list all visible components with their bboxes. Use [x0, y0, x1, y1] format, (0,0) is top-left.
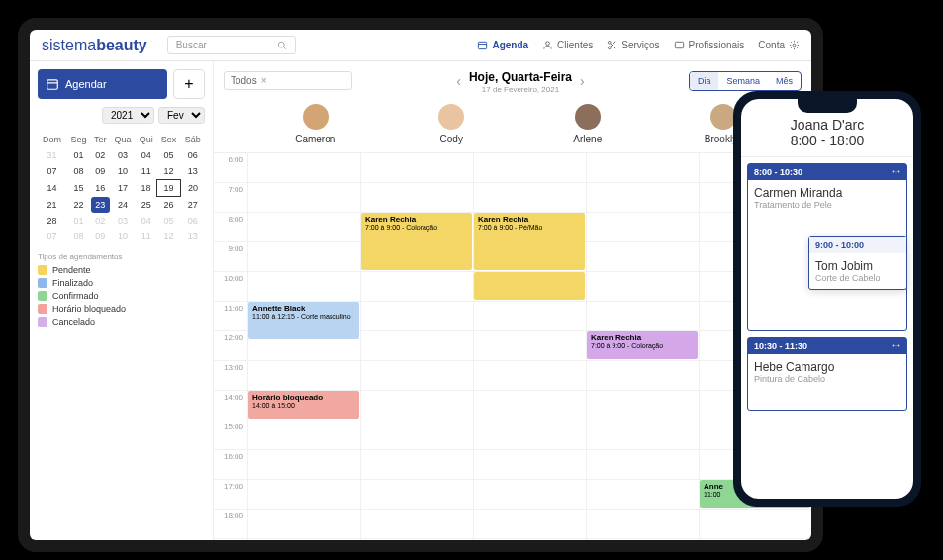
hour-cell[interactable]	[360, 331, 473, 360]
calendar-day[interactable]: 06	[180, 213, 205, 229]
hour-cell[interactable]	[247, 183, 360, 212]
calendar-day[interactable]: 18	[136, 180, 157, 197]
calendar-day[interactable]: 09	[91, 229, 110, 244]
hour-cell[interactable]	[473, 450, 586, 479]
calendar-day[interactable]: 10	[110, 163, 136, 180]
calendar-day[interactable]: 03	[110, 213, 136, 229]
more-icon[interactable]: ⋯	[892, 341, 900, 351]
hour-cell[interactable]	[586, 183, 699, 212]
calendar-day[interactable]: 26	[157, 197, 181, 214]
hour-cell[interactable]	[586, 539, 699, 540]
calendar-day[interactable]: 24	[110, 197, 136, 214]
filter-select[interactable]: Todos ×	[224, 71, 352, 90]
hour-cell[interactable]	[586, 242, 699, 271]
calendar-day[interactable]: 07	[38, 229, 66, 244]
view-dia[interactable]: Dia	[690, 72, 719, 90]
calendar-day[interactable]: 11	[136, 229, 157, 244]
schedule-grid[interactable]: 6:007:008:009:0010:0011:0012:0013:0014:0…	[214, 152, 811, 540]
calendar-day[interactable]: 25	[136, 197, 157, 214]
calendar-day[interactable]: 21	[38, 197, 66, 214]
hour-cell[interactable]	[360, 153, 473, 182]
hour-cell[interactable]	[247, 272, 360, 301]
search-input[interactable]: Buscar	[167, 36, 296, 54]
calendar-day[interactable]: 03	[110, 147, 136, 163]
calendar-day[interactable]: 12	[157, 229, 181, 244]
calendar-day[interactable]: 05	[157, 147, 181, 163]
hour-cell[interactable]	[699, 510, 811, 538]
hour-cell[interactable]	[586, 153, 699, 182]
hour-cell[interactable]	[360, 539, 473, 540]
nav-agenda[interactable]: Agenda	[477, 40, 528, 50]
hour-cell[interactable]	[247, 450, 360, 479]
calendar-day[interactable]: 09	[91, 163, 110, 180]
calendar-day[interactable]: 01	[66, 147, 91, 163]
hour-cell[interactable]	[586, 510, 699, 538]
hour-cell[interactable]	[360, 420, 473, 449]
calendar-day[interactable]: 16	[91, 180, 110, 197]
nav-profissionais[interactable]: Profissionais	[674, 40, 745, 50]
hour-cell[interactable]	[360, 272, 473, 301]
hour-cell[interactable]	[360, 361, 473, 390]
more-icon[interactable]: ⋯	[892, 167, 900, 177]
calendar-day[interactable]: 02	[91, 213, 110, 229]
next-day-button[interactable]: ›	[580, 73, 585, 89]
hour-cell[interactable]	[586, 420, 699, 449]
hour-cell[interactable]	[586, 391, 699, 420]
view-mes[interactable]: Mês	[768, 72, 801, 90]
appointment[interactable]: Karen Rechia7:00 à 9:00 - Coloração	[587, 331, 698, 359]
close-icon[interactable]: ×	[261, 75, 267, 86]
hour-cell[interactable]	[586, 272, 699, 301]
hour-cell[interactable]	[247, 361, 360, 390]
hour-cell[interactable]	[247, 539, 360, 540]
hour-cell[interactable]	[586, 361, 699, 390]
hour-cell[interactable]	[247, 480, 360, 509]
view-semana[interactable]: Semana	[718, 72, 768, 90]
hour-cell[interactable]	[473, 510, 586, 538]
hour-cell[interactable]	[586, 302, 699, 330]
hour-cell[interactable]	[360, 183, 473, 212]
year-select[interactable]: 2021	[102, 107, 154, 124]
calendar-day[interactable]: 05	[157, 213, 181, 229]
hour-cell[interactable]	[247, 242, 360, 271]
hour-cell[interactable]	[473, 153, 586, 182]
nav-servicos[interactable]: Serviços	[607, 40, 659, 50]
appointment[interactable]: Horário bloqueado14:00 à 15:00	[248, 391, 359, 419]
hour-cell[interactable]	[473, 539, 586, 540]
nav-clientes[interactable]: Clientes	[542, 40, 593, 50]
hour-cell[interactable]	[360, 302, 473, 330]
hour-cell[interactable]	[473, 361, 586, 390]
hour-cell[interactable]	[473, 420, 586, 449]
calendar-day[interactable]: 17	[110, 180, 136, 197]
professional-column-header[interactable]: Arlene	[519, 100, 656, 152]
month-select[interactable]: Fev	[158, 107, 205, 124]
appointment[interactable]: Annette Black11:00 à 12:15 - Corte mascu…	[248, 302, 359, 339]
calendar-day[interactable]: 28	[38, 213, 66, 229]
appointment[interactable]: Karen Rechia7:00 à 9:00 - Pé/Mão	[474, 213, 585, 270]
calendar-day[interactable]: 04	[136, 213, 157, 229]
calendar-day[interactable]: 07	[38, 163, 66, 180]
hour-cell[interactable]	[586, 213, 699, 241]
calendar-day[interactable]: 27	[180, 197, 205, 214]
hour-cell[interactable]	[247, 153, 360, 182]
hour-cell[interactable]	[360, 480, 473, 509]
hour-cell[interactable]	[473, 480, 586, 509]
hour-cell[interactable]	[360, 450, 473, 479]
hour-cell[interactable]	[699, 539, 811, 540]
calendar-day[interactable]: 11	[136, 163, 157, 180]
hour-cell[interactable]	[360, 391, 473, 420]
hour-cell[interactable]	[473, 331, 586, 360]
calendar-day[interactable]: 01	[66, 213, 91, 229]
hour-cell[interactable]	[586, 480, 699, 509]
calendar-day[interactable]: 08	[66, 229, 91, 244]
prev-day-button[interactable]: ‹	[456, 73, 461, 89]
calendar-day[interactable]: 10	[110, 229, 136, 244]
calendar-day[interactable]: 12	[157, 163, 181, 180]
calendar-day[interactable]: 31	[38, 147, 66, 163]
calendar-day[interactable]: 22	[66, 197, 91, 214]
calendar-day[interactable]: 15	[66, 180, 91, 197]
hour-cell[interactable]	[360, 510, 473, 538]
agendar-button[interactable]: Agendar	[38, 69, 167, 99]
hour-cell[interactable]	[586, 450, 699, 479]
professional-column-header[interactable]: Cody	[384, 100, 520, 152]
professional-column-header[interactable]: Cameron	[247, 100, 384, 152]
